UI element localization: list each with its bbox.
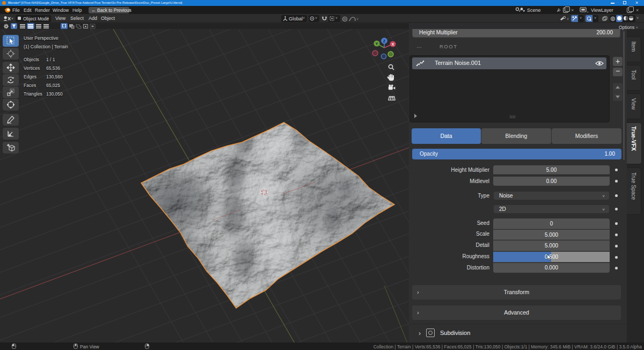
svg-text:Y: Y (375, 41, 378, 46)
svg-text:Z: Z (383, 39, 386, 43)
svg-text:˅: ˅ (356, 17, 358, 21)
svg-text:˅: ˅ (567, 17, 569, 21)
svg-text:X: X (391, 42, 394, 47)
